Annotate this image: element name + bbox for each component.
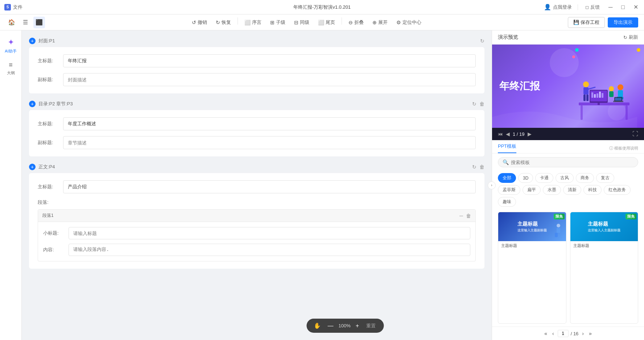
close-btn[interactable]: ✕: [632, 2, 640, 12]
next-btn[interactable]: ▶: [528, 131, 532, 137]
minimize-btn[interactable]: ─: [607, 3, 614, 12]
export-btn[interactable]: 导出演示: [608, 17, 638, 28]
panel-collapse-toggle[interactable]: ›: [488, 181, 496, 189]
file-label[interactable]: 文件: [13, 4, 22, 11]
slide-section-toc: + 目录:P2 章节:P3 ↻ 🗑 主标题: 副标题:: [29, 101, 484, 156]
body-card: 主标题: 段落: 段落1 ─ 🗑 小标题:: [29, 173, 484, 269]
para-block-actions: ─ 🗑: [459, 213, 471, 219]
save-btn[interactable]: 💾 保存工程: [568, 17, 605, 28]
collapse-btn[interactable]: ⊖ 折叠: [345, 17, 367, 28]
filter-gov[interactable]: 红色政务: [604, 185, 631, 195]
expand-btn[interactable]: ⊕ 展开: [369, 17, 391, 28]
sibling-btn[interactable]: ⊟ 同级: [290, 17, 313, 28]
filter-classic[interactable]: 古风: [556, 173, 574, 183]
add-btn-body[interactable]: +: [29, 164, 36, 170]
para-content-input[interactable]: [69, 244, 470, 256]
filter-memphis[interactable]: 孟菲斯: [498, 185, 520, 195]
template-card-2[interactable]: 主题标题 这里输入人主题副标题 限免 主题标题: [570, 212, 639, 324]
svg-point-24: [557, 224, 560, 227]
refresh-toc-icon[interactable]: ↻: [472, 101, 476, 107]
home-btn[interactable]: 🏠: [6, 17, 17, 28]
pag-current-input[interactable]: [558, 330, 569, 337]
zoom-out-btn[interactable]: —: [326, 321, 335, 331]
sidebar-ai-label: AI助手: [5, 49, 16, 54]
sidebar-item-ai[interactable]: ✦ AI助手: [2, 35, 20, 57]
ai-icon: ✦: [8, 38, 14, 47]
svg-rect-25: [557, 228, 560, 233]
title-bar: S 文件 年终汇报-万彩智演v1.0.201 👤 点我登录 ◻ 反馈 ─ □ ✕: [0, 0, 644, 14]
para-subtitle-row: 小标题:: [43, 227, 470, 239]
add-btn-cover[interactable]: +: [29, 38, 36, 44]
prev-first-btn[interactable]: ⏮: [498, 131, 503, 137]
tab-ppt-template[interactable]: PPT模板: [498, 143, 516, 153]
filter-retro[interactable]: 复古: [596, 173, 614, 183]
hand-tool-btn[interactable]: ✋: [312, 321, 322, 331]
filter-all[interactable]: 全部: [498, 173, 516, 183]
locate-btn[interactable]: ⚙ 定位中心: [393, 17, 425, 28]
toc-subtitle-input[interactable]: [63, 136, 476, 149]
ppt-panel-tabs: PPT模板 ⓘ 模板使用说明: [492, 140, 644, 154]
app-title: 年终汇报-万彩智演v1.0.201: [293, 4, 351, 11]
cover-title-input[interactable]: [63, 54, 476, 67]
filter-flat[interactable]: 扁平: [523, 185, 541, 195]
filter-business[interactable]: 商务: [576, 173, 594, 183]
refresh-btn[interactable]: ↻ 刷新: [623, 34, 638, 41]
pag-last-btn[interactable]: »: [587, 330, 593, 337]
undo-btn[interactable]: ↺ 撤销: [188, 17, 211, 28]
delete-body-icon[interactable]: 🗑: [479, 164, 484, 170]
redo-btn[interactable]: ↻ 恢复: [212, 17, 235, 28]
feedback-btn[interactable]: ◻ 反馈: [584, 2, 601, 12]
title-bar-right: 👤 点我登录 ◻ 反馈 ─ □ ✕: [544, 2, 640, 12]
filter-3d[interactable]: 3D: [518, 173, 533, 183]
filter-fun[interactable]: 趣味: [498, 197, 516, 207]
refresh-cover-icon[interactable]: ↻: [480, 38, 484, 44]
pag-next-btn[interactable]: ›: [581, 330, 585, 337]
cover-subtitle-input[interactable]: [63, 73, 476, 86]
preview-controls: ⏮ ◀ 1 / 19 ▶ ⛶: [492, 128, 644, 140]
pag-first-btn[interactable]: «: [543, 330, 549, 337]
collapse-para-icon[interactable]: ─: [459, 213, 463, 219]
svg-rect-9: [599, 92, 601, 98]
body-label: 正文:P4: [38, 164, 472, 170]
preview-btn[interactable]: ⬛: [33, 17, 45, 28]
pag-prev-btn[interactable]: ‹: [551, 330, 556, 337]
template-thumb-2: 主题标题 这里输入人主题副标题 限免: [570, 212, 638, 241]
limit-badge-1: 限免: [554, 214, 565, 219]
toolbar-center: ↺ 撤销 ↻ 恢复 ⬜ 序言 ⊞ 子级 ⊟ 同级 ⬜ 尾页 ⊖ 折叠 ⊕: [46, 17, 566, 28]
refresh-body-icon[interactable]: ↻: [472, 164, 476, 170]
filter-cartoon[interactable]: 卡通: [535, 173, 553, 183]
zoom-in-btn[interactable]: +: [354, 321, 360, 331]
search-icon: 🔍: [503, 159, 509, 165]
toolbar: 🏠 ☰ ⬛ ↺ 撤销 ↻ 恢复 ⬜ 序言 ⊞ 子级 ⊟ 同级 ⬜ 尾页: [0, 14, 644, 30]
add-btn-toc[interactable]: +: [29, 101, 36, 107]
preface-btn[interactable]: ⬜ 序言: [241, 17, 265, 28]
template-hint[interactable]: ⓘ 模板使用说明: [609, 146, 638, 151]
preview-slide: 年终汇报: [492, 45, 644, 128]
cover-label: 封面:P1: [38, 38, 480, 44]
filter-tech[interactable]: 科技: [583, 185, 602, 195]
child-btn[interactable]: ⊞ 子级: [267, 17, 289, 28]
svg-rect-1: [581, 105, 583, 120]
sidebar-item-outline[interactable]: ≡ 大纲: [2, 58, 20, 79]
template-search-input[interactable]: [511, 160, 633, 165]
preview-area: 年终汇报: [492, 45, 644, 140]
user-login-btn[interactable]: 👤 点我登录: [544, 4, 572, 11]
toc-title-input[interactable]: [63, 117, 476, 130]
outline-btn[interactable]: ☰: [20, 17, 31, 28]
filter-fresh[interactable]: 清新: [563, 185, 581, 195]
fullscreen-btn[interactable]: ⛶: [632, 131, 638, 137]
svg-rect-17: [618, 90, 623, 97]
template-card-1[interactable]: 主题标题 这里输入主题副标题 限免 主题标题: [498, 212, 566, 324]
para-section-label: 段落:: [38, 199, 476, 206]
svg-rect-26: [555, 233, 558, 237]
delete-toc-icon[interactable]: 🗑: [479, 101, 484, 107]
filter-ink[interactable]: 水墨: [543, 185, 561, 195]
body-title-input[interactable]: [63, 180, 476, 193]
svg-point-19: [609, 86, 614, 91]
delete-para-icon[interactable]: 🗑: [466, 213, 471, 219]
para-subtitle-input[interactable]: [69, 227, 470, 239]
maximize-btn[interactable]: □: [620, 3, 626, 12]
prev-btn[interactable]: ◀: [506, 131, 510, 137]
tail-btn[interactable]: ⬜ 尾页: [314, 17, 339, 28]
reset-btn[interactable]: 重置: [364, 321, 378, 331]
